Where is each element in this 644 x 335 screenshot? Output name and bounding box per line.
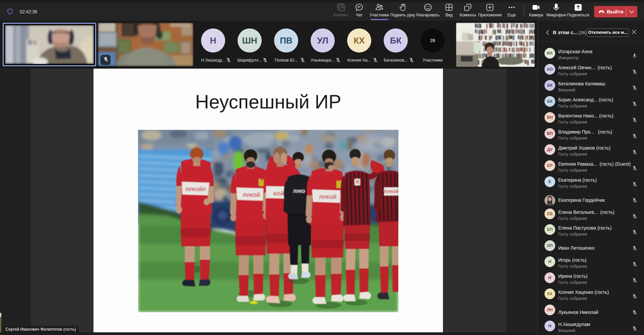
svg-text:ЛУКОЙ: ЛУКОЙ bbox=[319, 194, 336, 200]
svg-text:ЛУКОЙ: ЛУКОЙ bbox=[384, 189, 398, 194]
svg-text:ЛУКОЙ: ЛУКОЙ bbox=[243, 192, 260, 198]
svg-text:КОЙ: КОЙ bbox=[273, 191, 284, 196]
svg-text:ЛУКОЙЛ: ЛУКОЙЛ bbox=[185, 186, 206, 192]
svg-text:ЛУКО: ЛУКО bbox=[293, 189, 305, 194]
